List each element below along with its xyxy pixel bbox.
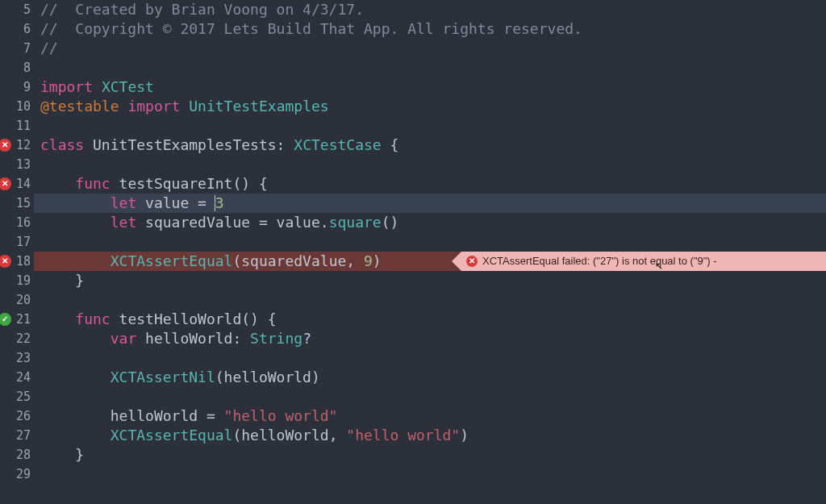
- code-line[interactable]: XCTAssertEqual(squaredValue, 9)✕XCTAsser…: [34, 252, 826, 271]
- gutter-line: 19: [0, 271, 34, 290]
- code-line[interactable]: func testHelloWorld() {: [34, 310, 826, 329]
- error-badge-icon: ✕: [466, 256, 478, 267]
- code-line[interactable]: let squaredValue = value.square(): [34, 213, 826, 232]
- line-number: 6: [23, 19, 31, 39]
- line-number: 18: [16, 252, 31, 271]
- token-plain: [40, 214, 111, 231]
- inline-error-text: XCTAssertEqual failed: ("27") is not equ…: [482, 252, 717, 271]
- code-line[interactable]: @testable import UnitTestExamples: [34, 97, 826, 116]
- code-line[interactable]: // Created by Brian Voong on 4/3/17.: [34, 0, 826, 19]
- token-plain: [40, 252, 111, 269]
- code-line[interactable]: var helloWorld: String?: [34, 329, 826, 348]
- code-line[interactable]: [34, 232, 826, 252]
- code-line[interactable]: [34, 348, 826, 368]
- code-line[interactable]: // Copyright © 2017 Lets Build That App.…: [34, 19, 826, 39]
- gutter-line: 26: [0, 406, 34, 426]
- error-marker-icon[interactable]: ✕: [0, 139, 11, 152]
- token-plain: (): [382, 214, 399, 231]
- token-plain: [180, 98, 189, 115]
- line-number: 26: [16, 406, 31, 426]
- token-plain: (helloWorld): [215, 369, 320, 385]
- gutter-line: ✕18: [0, 252, 34, 271]
- token-keyword: func: [75, 310, 110, 327]
- error-marker-icon[interactable]: ✕: [0, 255, 11, 268]
- gutter-line: ✕12: [0, 135, 34, 155]
- code-line[interactable]: [34, 387, 826, 406]
- line-number: 20: [16, 290, 31, 310]
- token-keyword: import: [40, 78, 93, 95]
- line-number: 16: [16, 213, 31, 232]
- code-line[interactable]: [34, 464, 826, 484]
- token-plain: value =: [136, 194, 215, 211]
- code-line[interactable]: func testSquareInt() {: [34, 174, 826, 194]
- gutter-line: 5: [0, 0, 34, 19]
- token-number: 3: [215, 194, 224, 211]
- line-number: 21: [16, 310, 31, 329]
- code-line[interactable]: [34, 58, 826, 77]
- token-keyword: let: [111, 214, 137, 231]
- success-marker-icon[interactable]: ✓: [0, 313, 11, 326]
- token-func: XCTAssertEqual: [111, 252, 233, 269]
- code-line[interactable]: class UnitTestExamplesTests: XCTestCase …: [34, 135, 826, 155]
- token-string: "hello world": [346, 427, 460, 444]
- token-type: String: [250, 330, 302, 347]
- token-plain: [119, 98, 128, 115]
- gutter-line: 29: [0, 464, 34, 484]
- gutter-line: 7: [0, 39, 34, 58]
- code-line[interactable]: [34, 290, 826, 310]
- token-type: XCTestCase: [294, 136, 381, 153]
- token-plain: [40, 194, 111, 211]
- token-keyword: func: [75, 175, 110, 192]
- line-number: 19: [16, 271, 31, 290]
- code-line[interactable]: XCTAssertEqual(helloWorld, "hello world"…: [34, 426, 826, 445]
- code-line[interactable]: [34, 116, 826, 135]
- line-number: 27: [16, 426, 31, 445]
- line-number: 9: [23, 77, 31, 97]
- line-number: 23: [16, 348, 31, 368]
- error-marker-icon[interactable]: ✕: [0, 177, 11, 190]
- token-type: XCTest: [102, 78, 154, 95]
- token-comment: // Created by Brian Voong on 4/3/17.: [40, 1, 364, 18]
- token-plain: ?: [302, 330, 311, 347]
- line-number: 28: [16, 445, 31, 464]
- code-editor[interactable]: 567891011✕1213✕14151617✕181920✓212223242…: [0, 0, 826, 504]
- line-number: 17: [16, 232, 31, 252]
- token-plain: [84, 136, 93, 153]
- token-plain: [40, 310, 75, 327]
- code-line[interactable]: [34, 155, 826, 174]
- token-string: "hello world": [224, 407, 338, 424]
- gutter-line: 25: [0, 387, 34, 406]
- line-number: 14: [16, 174, 31, 194]
- line-number: 8: [23, 58, 31, 77]
- code-line[interactable]: import XCTest: [34, 77, 826, 97]
- gutter-line: 13: [0, 155, 34, 174]
- token-plain: (helloWorld,: [232, 427, 346, 444]
- token-number: 9: [364, 252, 373, 269]
- gutter-line: 27: [0, 426, 34, 445]
- token-keyword: var: [111, 330, 137, 347]
- code-line[interactable]: //: [34, 39, 826, 58]
- line-number: 5: [23, 0, 31, 19]
- code-line[interactable]: }: [34, 271, 826, 290]
- gutter-line: 22: [0, 329, 34, 348]
- token-keyword: class: [40, 136, 84, 153]
- code-area[interactable]: // Created by Brian Voong on 4/3/17.// C…: [34, 0, 826, 504]
- line-number: 24: [16, 368, 31, 387]
- code-line[interactable]: helloWorld = "hello world": [34, 406, 826, 426]
- code-line[interactable]: let value = 3: [34, 194, 826, 213]
- gutter-line: ✕14: [0, 174, 34, 194]
- line-number: 12: [16, 135, 31, 155]
- gutter-line: ✓21: [0, 310, 34, 329]
- code-line[interactable]: XCTAssertNil(helloWorld): [34, 368, 826, 387]
- code-line[interactable]: }: [34, 445, 826, 464]
- token-plain: }: [40, 272, 84, 289]
- token-keyword: let: [111, 194, 137, 211]
- gutter-line: 17: [0, 232, 34, 252]
- token-plain: {: [382, 136, 399, 153]
- token-func: XCTAssertNil: [111, 369, 215, 385]
- inline-error-annotation[interactable]: ✕XCTAssertEqual failed: ("27") is not eq…: [461, 252, 826, 271]
- line-number: 29: [16, 464, 31, 484]
- line-number: 15: [16, 194, 31, 213]
- gutter-line: 11: [0, 116, 34, 135]
- gutter-line: 28: [0, 445, 34, 464]
